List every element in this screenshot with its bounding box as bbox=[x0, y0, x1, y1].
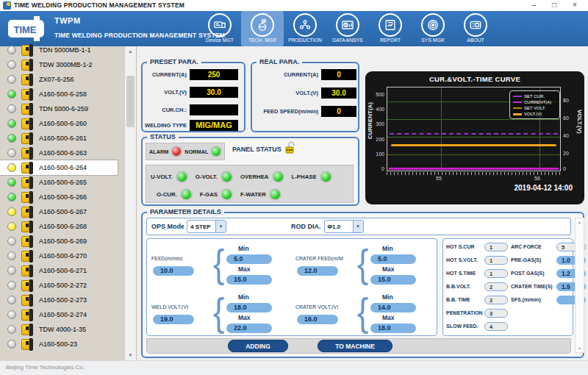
y-tick: 100 bbox=[370, 151, 384, 157]
device-list-item[interactable]: A160-500-6-267 bbox=[0, 204, 123, 219]
to-machine-button[interactable]: TO MACHINE bbox=[318, 340, 392, 352]
scroll-thumb[interactable] bbox=[126, 76, 135, 127]
device-list-item[interactable]: A160-500-6-271 bbox=[0, 263, 123, 278]
weld-volt-max-field[interactable]: 22.0 bbox=[226, 324, 272, 333]
scroll-up-icon[interactable]: ▲ bbox=[125, 46, 136, 57]
device-list-item[interactable]: TDN 5000MB-1-1 bbox=[0, 43, 123, 57]
device-list-item[interactable]: TDW 4000-1-35 bbox=[0, 322, 123, 337]
slow-feed-field[interactable]: 4 bbox=[484, 322, 508, 331]
weld-volt-param-group: WELD VOLT.(V) 19.0 { Min 18.0 Max 22.0 bbox=[151, 293, 293, 336]
device-name: A160-500-6-260 bbox=[39, 120, 87, 127]
ops-mode-select[interactable]: 4 STEP ▼ bbox=[187, 220, 226, 233]
device-status-dot bbox=[7, 207, 16, 216]
feed-min-field[interactable]: 5.0 bbox=[226, 254, 272, 264]
hot-s-cur-field[interactable]: 1 bbox=[484, 243, 508, 251]
report-icon bbox=[379, 13, 402, 37]
device-list: TDN 5000MB-1-1 TDW 3000MB-1-2 ZX07-6-256… bbox=[0, 43, 123, 351]
penetration-field[interactable]: 3 bbox=[484, 309, 508, 318]
device-list-item[interactable]: A160-500-6-269 bbox=[0, 234, 123, 249]
device-list-item-selected[interactable]: A160-500-6-264 bbox=[0, 160, 118, 175]
scroll-down-icon[interactable]: ▼ bbox=[125, 350, 136, 360]
current-line bbox=[389, 168, 559, 170]
device-list-item[interactable]: A160-500-2-272 bbox=[0, 278, 123, 293]
welding-machine-icon bbox=[21, 309, 34, 321]
device-list-item[interactable]: A160-500-6-270 bbox=[0, 249, 123, 263]
device-name: TDN 5000-6-259 bbox=[39, 105, 88, 113]
crater-volt-max-field[interactable]: 18.0 bbox=[370, 324, 416, 333]
parameter-details-title: PARAMETER DETAILS bbox=[147, 208, 224, 215]
welding-machine-icon bbox=[21, 206, 34, 218]
device-list-item[interactable]: TDW 3000MB-1-2 bbox=[0, 57, 123, 72]
ops-mode-value: 4 STEP bbox=[187, 224, 215, 230]
close-button[interactable]: × bbox=[564, 0, 585, 11]
device-name: A160-500-6-263 bbox=[39, 149, 87, 157]
nav-sys-mgr[interactable]: SYS MGR bbox=[412, 11, 454, 46]
device-status-dot bbox=[7, 310, 16, 319]
normal-label: NORMAL bbox=[184, 149, 208, 155]
device-list-item[interactable]: A160-500-2-274 bbox=[0, 307, 123, 322]
device-status-dot bbox=[7, 325, 16, 334]
time-logo: TIME bbox=[6, 14, 47, 43]
welding-machine-icon bbox=[21, 294, 34, 307]
x-tick: 55 bbox=[436, 176, 442, 181]
bb-time-field[interactable]: 2 bbox=[484, 296, 508, 304]
logo-text: TIME bbox=[13, 24, 36, 35]
device-list-item[interactable]: A160-500-6-265 bbox=[0, 175, 123, 190]
device-list-item[interactable]: A160-500-6-260 bbox=[0, 116, 123, 131]
weld-volt-min-field[interactable]: 18.0 bbox=[226, 303, 272, 312]
nav-data-ansys[interactable]: DATA ANSYS bbox=[326, 11, 369, 46]
device-list-item[interactable]: TDN 5000-6-259 bbox=[0, 101, 123, 116]
scroll-up-icon[interactable]: ▲ bbox=[576, 218, 584, 226]
device-list-item[interactable]: ZX07-6-256 bbox=[0, 72, 123, 87]
device-name: ZX07-6-256 bbox=[39, 76, 74, 83]
crater-feed-min-field[interactable]: 5.0 bbox=[370, 254, 416, 264]
maximize-button[interactable]: □ bbox=[544, 0, 564, 11]
hot-s-time-field[interactable]: 1 bbox=[484, 269, 508, 278]
rod-dia-select[interactable]: Φ1.0 ▼ bbox=[324, 220, 364, 233]
device-list-item[interactable]: A160-500-2-273 bbox=[0, 293, 123, 307]
nav-tech-mgr[interactable]: TECH. MGR bbox=[241, 11, 284, 46]
chevron-down-icon[interactable]: ▼ bbox=[353, 221, 363, 232]
nav-label: REPORT bbox=[369, 38, 412, 43]
crater-volt-value-field[interactable]: 16.0 bbox=[297, 315, 338, 324]
min-label: Min bbox=[238, 293, 249, 301]
nav-label: PRODUCTION bbox=[284, 38, 326, 43]
device-name: A160-500-6-261 bbox=[39, 135, 87, 142]
device-list-item[interactable]: A160-500-6-268 bbox=[0, 219, 123, 234]
nav-device-mgt[interactable]: Device MGT bbox=[198, 11, 241, 46]
welding-machine-icon bbox=[21, 235, 34, 248]
params-scrollbar[interactable]: ▲ ▼ bbox=[575, 218, 584, 353]
sidebar-scrollbar[interactable]: ▲ ▼ bbox=[124, 46, 136, 360]
nav-production[interactable]: PRODUCTION bbox=[284, 11, 326, 46]
status-bar: Beijing Time Technologies Co. bbox=[0, 360, 588, 375]
pre-gas-value: 1.0 bbox=[562, 257, 570, 264]
device-name: A160-500-6-269 bbox=[39, 238, 87, 245]
panel-status-label: PANEL STATUS bbox=[232, 146, 282, 153]
feed-max-field[interactable]: 15.0 bbox=[226, 275, 272, 285]
device-status-dot bbox=[7, 222, 16, 231]
minimize-button[interactable]: – bbox=[523, 0, 544, 11]
feed-value-field[interactable]: 10.0 bbox=[153, 266, 194, 276]
hot-s-volt-field[interactable]: 1 bbox=[484, 256, 508, 265]
device-list-item[interactable]: A160-500-6-263 bbox=[0, 146, 123, 160]
nav-report[interactable]: REPORT bbox=[369, 11, 412, 46]
device-name: TDW 3000MB-1-2 bbox=[39, 61, 93, 68]
crater-feed-max-field[interactable]: 15.0 bbox=[370, 275, 416, 285]
device-list-item[interactable]: A160-500-6-266 bbox=[0, 190, 123, 204]
app-abbreviation: TWPM bbox=[54, 16, 81, 25]
bb-volt-field[interactable]: 2 bbox=[484, 282, 508, 291]
device-list-item[interactable]: A160-500-6-261 bbox=[0, 131, 123, 146]
scroll-down-icon[interactable]: ▼ bbox=[576, 345, 584, 352]
weld-volt-value-field[interactable]: 19.0 bbox=[153, 315, 194, 324]
welding-machine-icon bbox=[21, 74, 34, 86]
crater-volt-min-field[interactable]: 14.0 bbox=[370, 303, 416, 312]
nav-about[interactable]: ABOUT bbox=[454, 11, 497, 46]
adding-button[interactable]: ADDING bbox=[228, 340, 288, 352]
u-volt-led bbox=[176, 171, 188, 183]
device-status-dot bbox=[7, 178, 16, 187]
device-list-item[interactable]: A160-500-23 bbox=[0, 337, 123, 351]
device-name: A160-500-2-273 bbox=[39, 296, 87, 304]
device-list-item[interactable]: A160-500-6-258 bbox=[0, 87, 123, 101]
chevron-down-icon[interactable]: ▼ bbox=[215, 221, 226, 232]
crater-feed-value-field[interactable]: 12.0 bbox=[297, 266, 338, 276]
